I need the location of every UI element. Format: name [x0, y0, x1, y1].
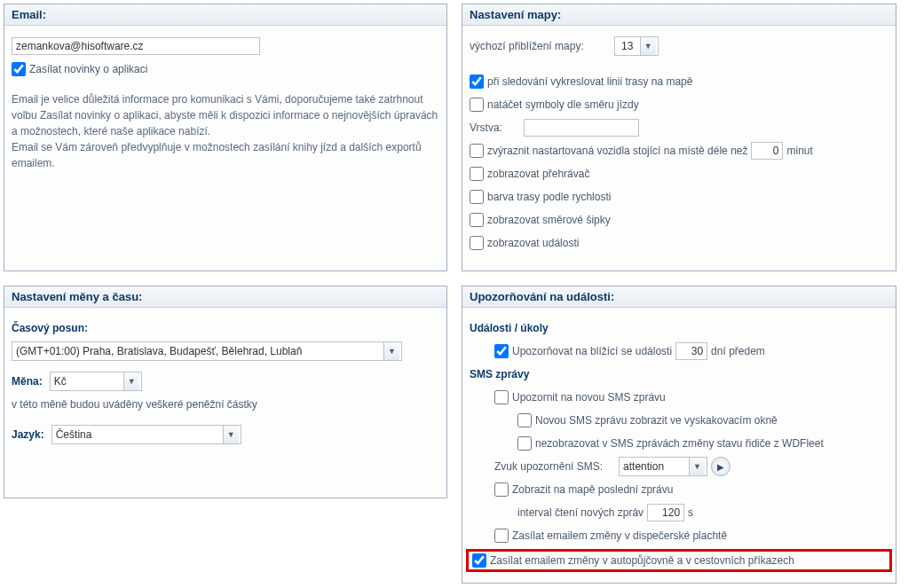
- highlight-stopped-label-post: minut: [786, 145, 812, 157]
- newsletter-label: Zasílat novinky o aplikaci: [29, 63, 147, 75]
- upcoming-label-post: dní předem: [711, 345, 765, 357]
- highlight-stopped-checkbox[interactable]: [470, 144, 484, 158]
- interval-unit: s: [688, 506, 693, 519]
- sound-label: Zvuk upozornění SMS:: [494, 460, 603, 473]
- layer-label: Vrstva:: [470, 122, 502, 134]
- events-label: zobrazovat události: [487, 237, 579, 249]
- email-input[interactable]: [12, 37, 260, 55]
- popup-sms-label: Novou SMS zprávu zobrazit ve vyskakovací…: [535, 414, 778, 427]
- speed-color-label: barva trasy podle rychlosti: [487, 191, 611, 203]
- panel-currency-time-header: Nastavení měny a času:: [4, 286, 446, 308]
- show-last-label: Zobrazit na mapě poslední zprávu: [512, 483, 673, 496]
- highlight-stopped-input[interactable]: [751, 142, 783, 160]
- chevron-down-icon[interactable]: ▼: [640, 37, 656, 55]
- currency-select[interactable]: ▼: [50, 372, 142, 391]
- track-line-label: při sledování vykreslovat linii trasy na…: [487, 75, 692, 88]
- zoom-label: výchozí přiblížení mapy:: [470, 40, 584, 52]
- track-line-checkbox[interactable]: [470, 74, 484, 89]
- panel-alerts: Upozorňování na události: Události / úko…: [462, 286, 896, 584]
- play-button[interactable]: ▶: [711, 457, 730, 476]
- interval-label: interval čtení nových zpráv: [517, 506, 643, 519]
- show-last-checkbox[interactable]: [494, 482, 509, 497]
- newsletter-checkbox[interactable]: [12, 62, 26, 76]
- chevron-down-icon[interactable]: ▼: [123, 372, 139, 390]
- upcoming-label-pre: Upozorňovat na blížící se události: [512, 345, 672, 357]
- panel-currency-time: Nastavení měny a času: Časový posun: ▼ M…: [4, 286, 447, 498]
- rotate-symbols-checkbox[interactable]: [470, 98, 484, 112]
- rental-checkbox[interactable]: [472, 553, 486, 568]
- player-label: zobrazovat přehrávač: [487, 168, 589, 180]
- panel-alerts-header: Upozorňování na události:: [462, 286, 896, 308]
- chevron-down-icon[interactable]: ▼: [383, 342, 399, 360]
- dispatch-label: Zasílat emailem změny v dispečerské plac…: [512, 529, 727, 542]
- language-select[interactable]: ▼: [51, 425, 241, 444]
- panel-email: Email: Zasílat novinky o aplikaci Email …: [4, 4, 447, 271]
- highlight-stopped-label-pre: zvýraznit nastartovaná vozidla stojící n…: [487, 145, 747, 157]
- timeshift-select[interactable]: ▼: [12, 341, 402, 361]
- rotate-symbols-label: natáčet symboly dle směru jízdy: [487, 98, 639, 111]
- currency-label: Měna:: [12, 375, 43, 388]
- sound-select[interactable]: ▼: [619, 457, 707, 476]
- zoom-select[interactable]: ▼: [614, 36, 659, 56]
- sms-heading: SMS zprávy: [470, 368, 529, 380]
- currency-value[interactable]: [51, 372, 123, 390]
- popup-sms-checkbox[interactable]: [517, 413, 532, 427]
- interval-input[interactable]: [647, 504, 684, 521]
- timeshift-value[interactable]: [12, 342, 383, 360]
- rental-row-highlight: Zasílat emailem změny v autopůjčovně a v…: [466, 549, 892, 572]
- upcoming-checkbox[interactable]: [494, 344, 509, 358]
- wdfleet-checkbox[interactable]: [517, 436, 532, 451]
- panel-email-header: Email:: [4, 4, 446, 26]
- player-checkbox[interactable]: [470, 167, 484, 181]
- new-sms-checkbox[interactable]: [494, 390, 509, 404]
- language-value[interactable]: [52, 426, 223, 443]
- upcoming-input[interactable]: [675, 342, 707, 360]
- email-description: Email je velice důležitá informace pro k…: [12, 91, 439, 171]
- zoom-value[interactable]: [615, 37, 640, 55]
- sound-value[interactable]: [620, 458, 689, 475]
- arrows-label: zobrazovat směrové šipky: [487, 214, 611, 226]
- speed-color-checkbox[interactable]: [470, 190, 484, 204]
- rental-label: Zasílat emailem změny v autopůjčovně a v…: [490, 554, 794, 567]
- new-sms-label: Upozornit na novou SMS zprávu: [512, 391, 666, 404]
- panel-map-header: Nastavení mapy:: [462, 4, 896, 26]
- wdfleet-label: nezobrazovat v SMS zprávách změny stavu …: [535, 437, 824, 450]
- language-label: Jazyk:: [12, 428, 44, 441]
- timeshift-label: Časový posun:: [12, 322, 88, 334]
- dispatch-checkbox[interactable]: [494, 529, 509, 543]
- events-tasks-heading: Události / úkoly: [470, 322, 549, 334]
- arrows-checkbox[interactable]: [470, 213, 484, 227]
- events-checkbox[interactable]: [470, 236, 484, 250]
- panel-map: Nastavení mapy: výchozí přiblížení mapy:…: [462, 4, 896, 271]
- currency-note: v této měně budou uváděny veškeré peněžn…: [12, 398, 257, 411]
- chevron-down-icon[interactable]: ▼: [223, 426, 239, 443]
- layer-input[interactable]: [524, 119, 639, 137]
- chevron-down-icon[interactable]: ▼: [689, 458, 705, 475]
- play-icon: ▶: [717, 462, 724, 472]
